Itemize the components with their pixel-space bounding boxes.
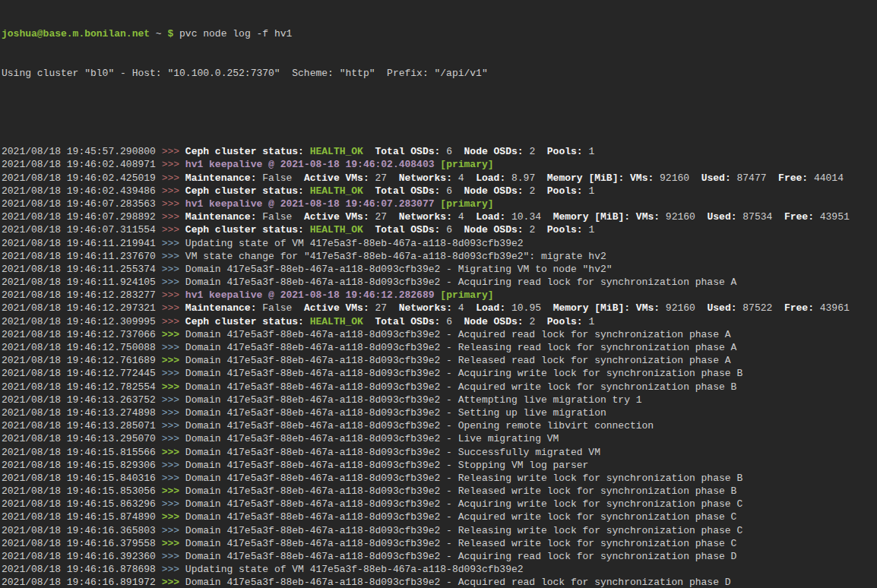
- log-segment: Domain 417e5a3f-88eb-467a-a118-8d093cfb3…: [185, 498, 742, 510]
- prompt-user-host: joshua@base.m.bonilan.net: [2, 28, 150, 40]
- log-timestamp: 2021/08/18 19:46:12.750088: [2, 342, 162, 353]
- log-line: 2021/08/18 19:46:12.737066 >>> Domain 41…: [2, 328, 877, 341]
- log-timestamp: 2021/08/18 19:46:15.829306: [2, 460, 162, 471]
- log-segment: 6: [440, 316, 464, 327]
- log-segment: VMs:: [636, 211, 660, 223]
- log-timestamp: 2021/08/18 19:46:02.425019: [2, 172, 162, 184]
- log-segment: 43951: [814, 211, 850, 223]
- log-segment: Ceph cluster status:: [185, 146, 310, 157]
- log-line: 2021/08/18 19:46:12.309995 >>> Ceph clus…: [2, 315, 877, 328]
- log-marker: >>>: [162, 355, 185, 366]
- log-segment: hv1 keepalive @ 2021-08-18 19:46:07.2830…: [185, 198, 440, 210]
- log-marker: >>>: [162, 407, 185, 419]
- log-segment: Updating state of VM 417e5a3f-88eb-467a-…: [185, 564, 524, 575]
- log-marker: >>>: [162, 159, 185, 170]
- log-line: 2021/08/18 19:46:02.439486 >>> Ceph clus…: [2, 185, 877, 198]
- log-segment: 1: [583, 146, 595, 157]
- log-timestamp: 2021/08/18 19:46:15.863296: [2, 498, 162, 510]
- log-segment: Domain 417e5a3f-88eb-467a-a118-8d093cfb3…: [185, 551, 737, 562]
- terminal-window: joshua@base.m.bonilan.net ~ $ pvc node l…: [0, 0, 877, 588]
- log-marker: >>>: [162, 420, 185, 432]
- log-line: 2021/08/18 19:46:15.829306 >>> Domain 41…: [2, 459, 877, 472]
- log-segment: Domain 417e5a3f-88eb-467a-a118-8d093cfb3…: [185, 368, 742, 379]
- log-segment: Domain 417e5a3f-88eb-467a-a118-8d093cfb3…: [185, 407, 606, 419]
- log-segment: 87522: [737, 302, 784, 314]
- log-segment: VMs:: [636, 302, 660, 314]
- log-segment: 8.97: [505, 172, 547, 184]
- log-segment: Networks:: [399, 302, 452, 314]
- cluster-info-line: Using cluster "bl0" - Host: "10.100.0.25…: [2, 67, 877, 80]
- log-timestamp: 2021/08/18 19:46:07.311554: [2, 224, 162, 236]
- log-timestamp: 2021/08/18 19:46:13.274898: [2, 407, 162, 419]
- log-output: 2021/08/18 19:45:57.290800 >>> Ceph clus…: [2, 145, 877, 588]
- log-segment: Pools:: [547, 224, 583, 236]
- log-segment: HEALTH_OK: [310, 316, 363, 327]
- log-segment: Networks:: [399, 211, 452, 223]
- log-segment: Domain 417e5a3f-88eb-467a-a118-8d093cfb3…: [185, 420, 654, 432]
- log-line: 2021/08/18 19:46:16.392360 >>> Domain 41…: [2, 550, 877, 563]
- prompt-line: joshua@base.m.bonilan.net ~ $ pvc node l…: [2, 27, 877, 40]
- log-segment: [363, 224, 375, 236]
- log-segment: 6: [440, 185, 464, 197]
- log-line: 2021/08/18 19:46:13.274898 >>> Domain 41…: [2, 406, 877, 419]
- log-timestamp: 2021/08/18 19:46:13.263752: [2, 394, 162, 406]
- log-marker: >>>: [162, 251, 185, 262]
- log-line: 2021/08/18 19:46:11.219941 >>> Updating …: [2, 237, 877, 250]
- log-segment: Domain 417e5a3f-88eb-467a-a118-8d093cfb3…: [185, 538, 737, 549]
- log-segment: 92160: [654, 172, 701, 184]
- log-segment: HEALTH_OK: [310, 224, 363, 236]
- log-segment: Total OSDs:: [375, 146, 441, 157]
- log-segment: Ceph cluster status:: [185, 224, 310, 236]
- log-timestamp: 2021/08/18 19:46:16.379558: [2, 538, 162, 549]
- log-segment: Memory [MiB]:: [553, 302, 636, 314]
- log-segment: 2: [524, 146, 547, 157]
- log-line: 2021/08/18 19:46:15.840316 >>> Domain 41…: [2, 472, 877, 485]
- log-segment: [363, 316, 375, 327]
- log-marker: >>>: [162, 342, 185, 353]
- log-marker: >>>: [162, 498, 185, 510]
- log-segment: Domain 417e5a3f-88eb-467a-a118-8d093cfb3…: [185, 473, 742, 484]
- log-segment: 92160: [660, 211, 707, 223]
- log-segment: Domain 417e5a3f-88eb-467a-a118-8d093cfb3…: [185, 264, 613, 275]
- log-segment: Updating state of VM 417e5a3f-88eb-467a-…: [185, 238, 524, 249]
- log-segment: VMs:: [630, 172, 654, 184]
- log-timestamp: 2021/08/18 19:46:12.772445: [2, 368, 162, 379]
- log-segment: Free:: [784, 211, 814, 223]
- log-segment: VM state change for "417e5a3f-88eb-467a-…: [185, 251, 606, 262]
- log-marker: >>>: [162, 368, 185, 379]
- log-marker: >>>: [162, 511, 185, 523]
- log-segment: Total OSDs:: [375, 316, 441, 327]
- log-segment: Maintenance:: [185, 211, 257, 223]
- log-segment: 4: [452, 302, 476, 314]
- log-segment: Free:: [778, 172, 808, 184]
- log-segment: Pools:: [547, 185, 583, 197]
- log-segment: [primary]: [440, 289, 493, 301]
- log-line: 2021/08/18 19:45:57.290800 >>> Ceph clus…: [2, 145, 877, 158]
- log-line: 2021/08/18 19:46:15.853056 >>> Domain 41…: [2, 485, 877, 498]
- log-segment: False: [256, 172, 303, 184]
- log-segment: Pools:: [547, 316, 583, 327]
- log-timestamp: 2021/08/18 19:46:12.283277: [2, 289, 162, 301]
- log-segment: Domain 417e5a3f-88eb-467a-a118-8d093cfb3…: [185, 447, 600, 458]
- log-segment: Maintenance:: [185, 172, 257, 184]
- log-marker: >>>: [162, 525, 185, 536]
- log-segment: Domain 417e5a3f-88eb-467a-a118-8d093cfb3…: [185, 460, 589, 471]
- log-segment: [363, 185, 375, 197]
- log-timestamp: 2021/08/18 19:46:13.285071: [2, 420, 162, 432]
- log-marker: >>>: [162, 302, 185, 314]
- log-segment: Active VMs:: [304, 211, 369, 223]
- log-line: 2021/08/18 19:46:16.365803 >>> Domain 41…: [2, 524, 877, 537]
- log-marker: >>>: [162, 394, 185, 406]
- log-segment: 10.95: [505, 302, 552, 314]
- log-segment: 6: [440, 224, 464, 236]
- log-segment: Load:: [476, 172, 505, 184]
- log-timestamp: 2021/08/18 19:45:57.290800: [2, 146, 162, 157]
- log-segment: Used:: [701, 172, 731, 184]
- log-segment: Memory [MiB]:: [553, 211, 636, 223]
- log-line: 2021/08/18 19:46:07.311554 >>> Ceph clus…: [2, 223, 877, 236]
- log-segment: False: [256, 302, 303, 314]
- log-timestamp: 2021/08/18 19:46:15.840316: [2, 473, 162, 484]
- log-marker: >>>: [162, 577, 185, 588]
- log-segment: Domain 417e5a3f-88eb-467a-a118-8d093cfb3…: [185, 381, 737, 393]
- log-segment: Load:: [476, 302, 505, 314]
